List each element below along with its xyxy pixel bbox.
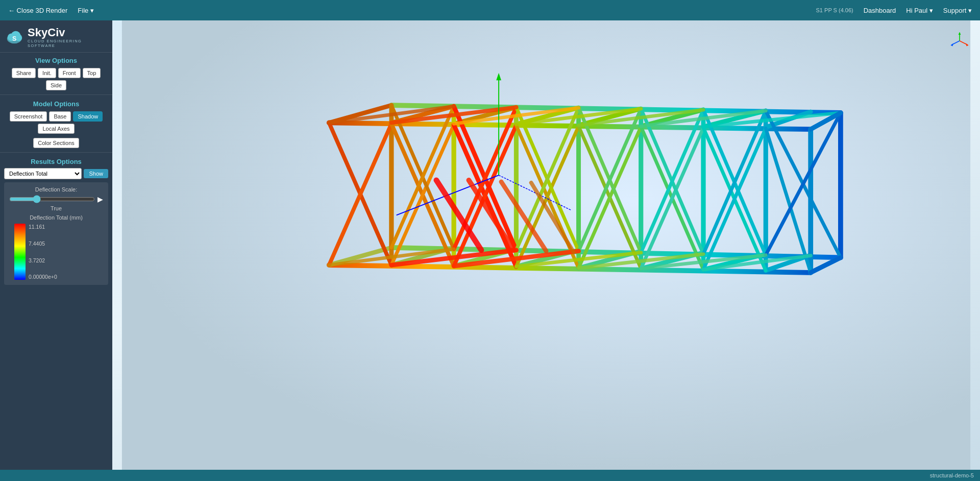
- render-area[interactable]: [112, 20, 980, 470]
- top-button[interactable]: Top: [83, 68, 101, 78]
- legend-val-max: 11.161: [29, 224, 57, 230]
- legend-values: 11.161 7.4405 3.7202 0.00000e+0: [29, 224, 57, 280]
- logo-area: S SkyCiv Cloud Engineering Software: [0, 20, 112, 53]
- svg-marker-101: [966, 43, 969, 46]
- screenshot-button[interactable]: Screenshot: [10, 111, 47, 122]
- color-sections-button[interactable]: Color Sections: [33, 138, 79, 148]
- shadow-button[interactable]: Shadow: [73, 111, 103, 122]
- navbar-right: S1 PP S (4.06) Dashboard Hi Paul ▾ Suppo…: [816, 7, 972, 14]
- color-bar: [14, 224, 26, 280]
- base-button[interactable]: Base: [49, 111, 71, 122]
- user-menu-button[interactable]: Hi Paul ▾: [906, 7, 933, 14]
- local-axes-button[interactable]: Local Axes: [38, 124, 74, 134]
- bottom-label: structural-demo-5: [930, 472, 974, 478]
- results-select[interactable]: Deflection Total Deflection X Deflection…: [4, 168, 82, 179]
- legend-val-mid2: 3.7202: [29, 257, 57, 263]
- show-button[interactable]: Show: [84, 169, 108, 178]
- model-options-buttons: Screenshot Base Shadow Local Axes: [0, 110, 112, 137]
- view-options-header: View Options: [0, 53, 112, 67]
- navbar-left: ← Close 3D Render File ▾: [8, 7, 94, 14]
- dashboard-button[interactable]: Dashboard: [864, 7, 896, 14]
- scale-slider[interactable]: [9, 195, 95, 203]
- legend-val-mid1: 7.4405: [29, 240, 57, 247]
- color-sections-group: Color Sections: [0, 137, 112, 151]
- svg-text:S: S: [12, 35, 16, 42]
- file-menu-button[interactable]: File ▾: [78, 7, 94, 14]
- bottom-bar: structural-demo-5: [0, 470, 980, 481]
- scale-box: Deflection Scale: ▶ True Deflection Tota…: [4, 182, 108, 285]
- logo-icon: S: [5, 28, 23, 47]
- support-menu-button[interactable]: Support ▾: [943, 7, 972, 14]
- share-button[interactable]: Share: [12, 68, 36, 78]
- svg-marker-99: [959, 32, 961, 35]
- main-layout: S SkyCiv Cloud Engineering Software View…: [0, 20, 980, 470]
- axes-indicator: [949, 31, 970, 51]
- divider-2: [0, 152, 112, 153]
- scale-row: ▶: [9, 195, 103, 203]
- navbar: ← Close 3D Render File ▾ S1 PP S (4.06) …: [0, 0, 980, 20]
- close-render-button[interactable]: ← Close 3D Render: [8, 7, 67, 14]
- init-button[interactable]: Init.: [38, 68, 56, 78]
- logo-tagline: Cloud Engineering Software: [28, 39, 107, 48]
- model-options-header: Model Options: [0, 96, 112, 110]
- play-button[interactable]: ▶: [97, 195, 103, 203]
- color-legend: 11.161 7.4405 3.7202 0.00000e+0: [14, 224, 98, 280]
- scale-true-label: True: [9, 205, 103, 211]
- navbar-version: S1 PP S (4.06): [816, 7, 853, 13]
- logo-text-block: SkyCiv Cloud Engineering Software: [28, 27, 107, 48]
- front-button[interactable]: Front: [58, 68, 81, 78]
- logo-name: SkyCiv: [28, 27, 107, 39]
- results-options-header: Results Options: [0, 154, 112, 168]
- scale-label: Deflection Scale:: [9, 186, 103, 193]
- results-row: Deflection Total Deflection X Deflection…: [4, 168, 108, 179]
- legend-val-min: 0.00000e+0: [29, 274, 57, 280]
- results-section: Deflection Total Deflection X Deflection…: [0, 168, 112, 182]
- view-options-buttons: Share Init. Front Top Side: [0, 67, 112, 93]
- structure-svg: [112, 20, 980, 470]
- divider-1: [0, 94, 112, 95]
- deflection-title: Deflection Total (mm): [9, 214, 103, 221]
- svg-marker-103: [950, 43, 953, 46]
- sidebar: S SkyCiv Cloud Engineering Software View…: [0, 20, 112, 470]
- side-button[interactable]: Side: [46, 80, 66, 90]
- logo-row: S SkyCiv Cloud Engineering Software: [5, 27, 107, 48]
